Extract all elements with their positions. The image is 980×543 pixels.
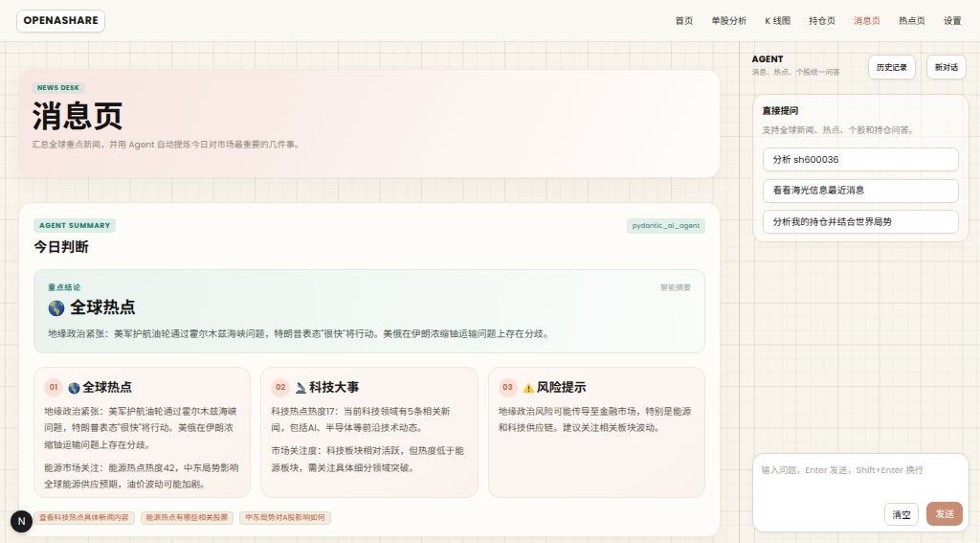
question-composer: 清空 发送 (752, 453, 970, 532)
nav-item-5[interactable]: 热点页 (899, 13, 925, 29)
page-subtitle: 汇总全球重点新闻，并用 Agent 自动提炼今日对市场最重要的几件事。 (32, 138, 705, 152)
nav-item-0[interactable]: 首页 (676, 13, 694, 29)
news-desk-badge: NEWS DESK (32, 82, 85, 94)
summary-card-header: 03 风险提示 (499, 377, 695, 397)
suggestion-button-1[interactable]: 看看海光信息最近消息 (763, 179, 960, 203)
key-conclusion-label: 重点结论 (48, 283, 81, 294)
nav-item-2[interactable]: K 线图 (765, 13, 791, 29)
followup-chip-0[interactable]: 查看科技热点具体新闻内容 (33, 511, 135, 525)
summary-card-3: 03 风险提示 地缘政治风险可能传导至金融市场，特别是能源和科技供应链。建议关注… (488, 367, 705, 498)
summary-card-1: 01 全球热点 地缘政治紧张：美军护航油轮通过霍尔木兹海峡问题，特朗普表态"很快… (33, 367, 251, 498)
top-header: OPENASHARE 首页单股分析K 线图持仓页消息页热点页设置 (0, 0, 980, 42)
summary-card-header: 02 科技大事 (271, 377, 467, 397)
pydantic-agent-tag: pydantic_ai_agent (627, 218, 705, 234)
card-paragraph: 科技热点热度17：当前科技领域有5条相关新闻，包括AI、半导体等前沿技术动态。 (271, 404, 467, 438)
highlight-heading-text: 全球热点 (70, 299, 136, 319)
nav-item-4[interactable]: 消息页 (854, 13, 880, 29)
agent-sidebar: AGENT 消息、热点、个股统一问答 历史记录 新对话 直接提问 支持全球新闻、… (739, 42, 980, 543)
smart-summary-label: 智能摘要 (660, 283, 691, 294)
history-button[interactable]: 历史记录 (868, 55, 916, 79)
card-title-text: 科技大事 (309, 377, 359, 397)
question-input[interactable] (762, 463, 964, 502)
summary-card-header: 01 全球热点 (44, 377, 240, 397)
ask-card-title: 直接提问 (763, 106, 960, 118)
card-number-badge: 02 (271, 378, 290, 397)
card-paragraph: 能源市场关注：能源热点热度42，中东局势影响全球能源供应预期，油价波动可能加剧。 (44, 461, 240, 494)
nav-item-1[interactable]: 单股分析 (711, 13, 746, 29)
card-paragraph: 地缘政治紧张：美军护航油轮通过霍尔木兹海峡问题，特朗普表态"很快"将行动。美俄在… (44, 404, 240, 454)
page-title: 消息页 (32, 101, 705, 135)
followup-chips: 查看科技热点具体新闻内容能源热点有哪些相关股票中东局势对A股影响如何 (33, 511, 705, 525)
card-number-badge: 03 (499, 378, 518, 397)
card-number-badge: 01 (44, 378, 63, 397)
clear-button[interactable]: 清空 (884, 503, 919, 526)
card-title-text: 风险提示 (537, 377, 587, 397)
key-conclusion-box: 重点结论 智能摘要 全球热点 地缘政治紧张：美军护航油轮通过霍尔木兹海峡问题，特… (33, 269, 705, 353)
sidebar-buttons: 历史记录 新对话 (868, 55, 967, 79)
nav-item-6[interactable]: 设置 (944, 13, 962, 29)
new-chat-button[interactable]: 新对话 (926, 55, 967, 79)
card-title: 科技大事 (295, 377, 359, 397)
agent-summary-card: AGENT SUMMARY pydantic_ai_agent 今日判断 重点结… (18, 202, 721, 537)
highlight-body: 地缘政治紧张：美军护航油轮通过霍尔木兹海峡问题，特朗普表态"很快"将行动。美俄在… (48, 327, 691, 342)
highlight-labels: 重点结论 智能摘要 (48, 283, 691, 294)
logo[interactable]: OPENASHARE (16, 10, 105, 33)
summary-title: 今日判断 (33, 239, 705, 258)
agent-title: AGENT (752, 55, 840, 66)
suggestion-button-0[interactable]: 分析 sh600036 (763, 147, 960, 171)
summary-header: AGENT SUMMARY pydantic_ai_agent (33, 218, 705, 234)
composer-buttons: 清空 发送 (762, 502, 964, 526)
sidebar-titles: AGENT 消息、热点、个股统一问答 (752, 50, 840, 79)
card-title-text: 全球热点 (82, 377, 132, 397)
followup-chip-1[interactable]: 能源热点有哪些相关股票 (141, 511, 234, 525)
globe-icon (68, 381, 80, 394)
globe-icon (48, 300, 65, 317)
nextjs-dev-badge[interactable]: N (11, 510, 33, 532)
card-title: 全球热点 (68, 377, 132, 397)
card-title: 风险提示 (523, 377, 587, 397)
highlight-heading: 全球热点 (48, 299, 691, 319)
summary-cards-row: 01 全球热点 地缘政治紧张：美军护航油轮通过霍尔木兹海峡问题，特朗普表态"很快… (33, 367, 705, 498)
agent-summary-badge: AGENT SUMMARY (33, 218, 116, 233)
microscope-icon (295, 381, 307, 394)
dev-badge-letter: N (18, 513, 26, 530)
logo-text: OPENASHARE (24, 12, 99, 29)
ask-card-description: 支持全球新闻、热点、个股和持仓问答。 (763, 126, 960, 138)
hero-card: NEWS DESK 消息页 汇总全球重点新闻，并用 Agent 自动提炼今日对市… (18, 69, 721, 178)
main-content: NEWS DESK 消息页 汇总全球重点新闻，并用 Agent 自动提炼今日对市… (0, 42, 739, 543)
send-button[interactable]: 发送 (926, 502, 963, 526)
card-paragraph: 地缘政治风险可能传导至金融市场，特别是能源和科技供应链。建议关注相关板块波动。 (499, 404, 695, 438)
warning-icon (523, 381, 535, 394)
sidebar-header: AGENT 消息、热点、个股统一问答 历史记录 新对话 (752, 50, 970, 79)
nav-item-3[interactable]: 持仓页 (809, 13, 835, 29)
followup-chip-2[interactable]: 中东局势对A股影响如何 (239, 511, 330, 525)
main-nav: 首页单股分析K 线图持仓页消息页热点页设置 (676, 13, 962, 29)
agent-subtitle: 消息、热点、个股统一问答 (752, 68, 840, 79)
suggestion-button-2[interactable]: 分析我的持仓并结合世界局势 (763, 210, 960, 234)
direct-ask-card: 直接提问 支持全球新闻、热点、个股和持仓问答。 分析 sh600036看看海光信… (752, 94, 970, 242)
card-paragraph: 市场关注度：科技板块相对活跃，但热度低于能源板块，需关注具体细分领域突破。 (271, 443, 467, 477)
summary-card-2: 02 科技大事 科技热点热度17：当前科技领域有5条相关新闻，包括AI、半导体等… (260, 367, 478, 498)
